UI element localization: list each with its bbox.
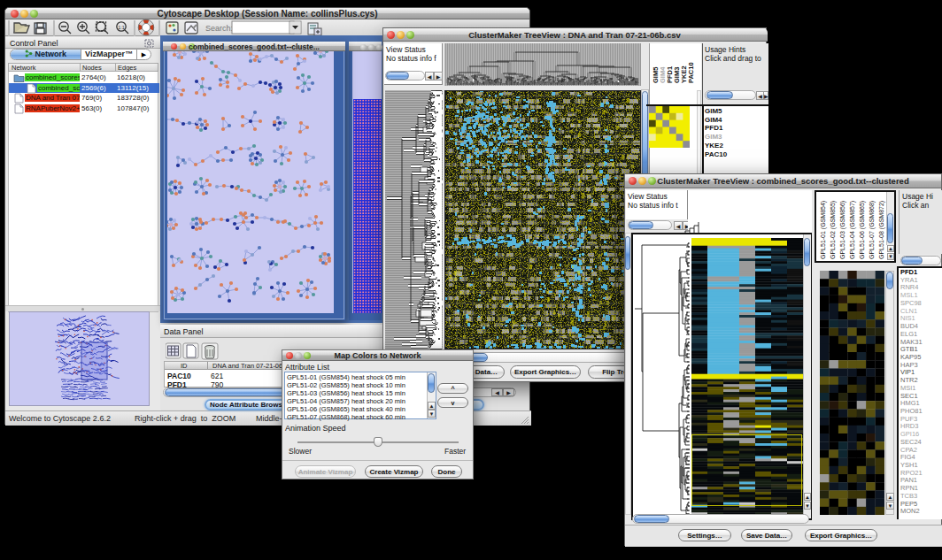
svg-text:1:1: 1:1	[118, 25, 125, 30]
svg-text:Search:: Search:	[205, 24, 233, 33]
